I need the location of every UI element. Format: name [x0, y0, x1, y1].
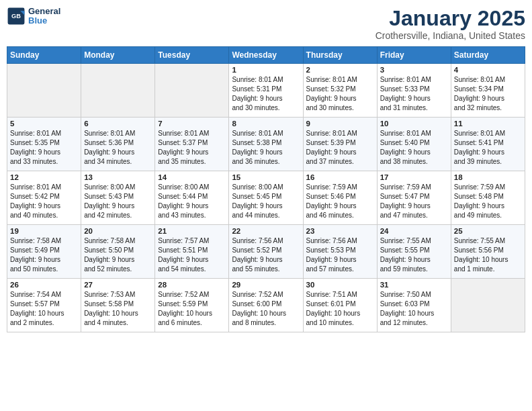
week-row-5: 26Sunrise: 7:54 AM Sunset: 5:57 PM Dayli…: [7, 279, 525, 332]
logo: GB General Blue: [7, 7, 60, 26]
day-info: Sunrise: 8:01 AM Sunset: 5:36 PM Dayligh…: [84, 129, 152, 167]
svg-text:GB: GB: [11, 13, 21, 19]
weekday-header-friday: Friday: [377, 47, 451, 64]
day-number: 3: [380, 66, 448, 74]
logo-line1: General: [28, 7, 60, 16]
calendar-cell: 10Sunrise: 8:01 AM Sunset: 5:40 PM Dayli…: [377, 118, 451, 171]
day-info: Sunrise: 8:01 AM Sunset: 5:32 PM Dayligh…: [306, 75, 374, 113]
day-number: 14: [158, 173, 226, 181]
weekday-header-thursday: Thursday: [303, 47, 377, 64]
calendar-cell: 5Sunrise: 8:01 AM Sunset: 5:35 PM Daylig…: [7, 118, 81, 171]
day-info: Sunrise: 8:00 AM Sunset: 5:43 PM Dayligh…: [84, 183, 152, 220]
title-block: January 2025 Crothersville, Indiana, Uni…: [375, 7, 525, 41]
calendar-cell: 19Sunrise: 7:58 AM Sunset: 5:49 PM Dayli…: [7, 225, 81, 279]
day-info: Sunrise: 7:58 AM Sunset: 5:50 PM Dayligh…: [84, 236, 152, 274]
day-info: Sunrise: 7:59 AM Sunset: 5:47 PM Dayligh…: [380, 183, 448, 220]
day-number: 24: [380, 227, 448, 235]
calendar-cell: 20Sunrise: 7:58 AM Sunset: 5:50 PM Dayli…: [81, 225, 155, 279]
calendar-cell: 30Sunrise: 7:51 AM Sunset: 6:01 PM Dayli…: [303, 279, 377, 332]
day-info: Sunrise: 7:52 AM Sunset: 6:00 PM Dayligh…: [232, 290, 300, 328]
day-number: 15: [232, 173, 300, 181]
day-number: 26: [10, 281, 78, 289]
calendar-cell: 11Sunrise: 8:01 AM Sunset: 5:41 PM Dayli…: [451, 118, 525, 171]
calendar-cell: [81, 64, 155, 118]
location: Crothersville, Indiana, United States: [375, 30, 525, 41]
day-info: Sunrise: 7:50 AM Sunset: 6:03 PM Dayligh…: [380, 290, 448, 328]
day-info: Sunrise: 8:01 AM Sunset: 5:37 PM Dayligh…: [158, 129, 226, 167]
weekday-header-tuesday: Tuesday: [155, 47, 229, 64]
calendar-table: SundayMondayTuesdayWednesdayThursdayFrid…: [7, 46, 525, 332]
logo-line2: Blue: [28, 16, 60, 26]
day-info: Sunrise: 7:58 AM Sunset: 5:49 PM Dayligh…: [10, 236, 78, 274]
day-number: 9: [306, 120, 374, 128]
day-info: Sunrise: 8:00 AM Sunset: 5:45 PM Dayligh…: [232, 183, 300, 220]
calendar-cell: 3Sunrise: 8:01 AM Sunset: 5:33 PM Daylig…: [377, 64, 451, 118]
calendar-cell: 22Sunrise: 7:56 AM Sunset: 5:52 PM Dayli…: [229, 225, 303, 279]
day-info: Sunrise: 7:59 AM Sunset: 5:46 PM Dayligh…: [306, 183, 374, 220]
day-info: Sunrise: 7:57 AM Sunset: 5:51 PM Dayligh…: [158, 236, 226, 274]
day-info: Sunrise: 7:59 AM Sunset: 5:48 PM Dayligh…: [454, 183, 522, 220]
calendar-cell: [155, 64, 229, 118]
calendar-cell: 31Sunrise: 7:50 AM Sunset: 6:03 PM Dayli…: [377, 279, 451, 332]
day-number: 5: [10, 120, 78, 128]
day-number: 23: [306, 227, 374, 235]
week-row-4: 19Sunrise: 7:58 AM Sunset: 5:49 PM Dayli…: [7, 225, 525, 279]
day-info: Sunrise: 7:56 AM Sunset: 5:52 PM Dayligh…: [232, 236, 300, 274]
calendar-cell: 21Sunrise: 7:57 AM Sunset: 5:51 PM Dayli…: [155, 225, 229, 279]
calendar-cell: 12Sunrise: 8:01 AM Sunset: 5:42 PM Dayli…: [7, 171, 81, 225]
day-number: 20: [84, 227, 152, 235]
day-info: Sunrise: 8:01 AM Sunset: 5:39 PM Dayligh…: [306, 129, 374, 167]
day-info: Sunrise: 7:53 AM Sunset: 5:58 PM Dayligh…: [84, 290, 152, 328]
day-number: 2: [306, 66, 374, 74]
calendar-cell: [451, 279, 525, 332]
day-number: 6: [84, 120, 152, 128]
day-number: 31: [380, 281, 448, 289]
day-number: 30: [306, 281, 374, 289]
day-number: 16: [306, 173, 374, 181]
calendar-cell: 29Sunrise: 7:52 AM Sunset: 6:00 PM Dayli…: [229, 279, 303, 332]
day-info: Sunrise: 7:55 AM Sunset: 5:56 PM Dayligh…: [454, 236, 522, 274]
day-number: 1: [232, 66, 300, 74]
weekday-header-wednesday: Wednesday: [229, 47, 303, 64]
day-info: Sunrise: 8:01 AM Sunset: 5:31 PM Dayligh…: [232, 75, 300, 113]
day-number: 25: [454, 227, 522, 235]
day-number: 17: [380, 173, 448, 181]
day-number: 13: [84, 173, 152, 181]
day-info: Sunrise: 8:01 AM Sunset: 5:38 PM Dayligh…: [232, 129, 300, 167]
week-row-1: 1Sunrise: 8:01 AM Sunset: 5:31 PM Daylig…: [7, 64, 525, 118]
calendar-cell: 2Sunrise: 8:01 AM Sunset: 5:32 PM Daylig…: [303, 64, 377, 118]
calendar-cell: 15Sunrise: 8:00 AM Sunset: 5:45 PM Dayli…: [229, 171, 303, 225]
day-number: 18: [454, 173, 522, 181]
calendar-cell: [7, 64, 81, 118]
day-info: Sunrise: 7:54 AM Sunset: 5:57 PM Dayligh…: [10, 290, 78, 328]
calendar-cell: 23Sunrise: 7:56 AM Sunset: 5:53 PM Dayli…: [303, 225, 377, 279]
weekday-header-saturday: Saturday: [451, 47, 525, 64]
day-number: 27: [84, 281, 152, 289]
page: GB General Blue January 2025 Crothersvil…: [0, 0, 532, 411]
week-row-2: 5Sunrise: 8:01 AM Sunset: 5:35 PM Daylig…: [7, 118, 525, 171]
day-number: 7: [158, 120, 226, 128]
calendar-cell: 16Sunrise: 7:59 AM Sunset: 5:46 PM Dayli…: [303, 171, 377, 225]
day-info: Sunrise: 8:01 AM Sunset: 5:40 PM Dayligh…: [380, 129, 448, 167]
day-info: Sunrise: 8:00 AM Sunset: 5:44 PM Dayligh…: [158, 183, 226, 220]
calendar-cell: 9Sunrise: 8:01 AM Sunset: 5:39 PM Daylig…: [303, 118, 377, 171]
calendar-cell: 25Sunrise: 7:55 AM Sunset: 5:56 PM Dayli…: [451, 225, 525, 279]
day-number: 19: [10, 227, 78, 235]
week-row-3: 12Sunrise: 8:01 AM Sunset: 5:42 PM Dayli…: [7, 171, 525, 225]
day-info: Sunrise: 7:52 AM Sunset: 5:59 PM Dayligh…: [158, 290, 226, 328]
day-number: 28: [158, 281, 226, 289]
day-info: Sunrise: 7:51 AM Sunset: 6:01 PM Dayligh…: [306, 290, 374, 328]
day-number: 8: [232, 120, 300, 128]
header: GB General Blue January 2025 Crothersvil…: [7, 7, 525, 41]
calendar-cell: 26Sunrise: 7:54 AM Sunset: 5:57 PM Dayli…: [7, 279, 81, 332]
day-info: Sunrise: 7:56 AM Sunset: 5:53 PM Dayligh…: [306, 236, 374, 274]
day-number: 10: [380, 120, 448, 128]
logo-icon: GB: [7, 7, 26, 26]
day-info: Sunrise: 7:55 AM Sunset: 5:55 PM Dayligh…: [380, 236, 448, 274]
calendar-cell: 1Sunrise: 8:01 AM Sunset: 5:31 PM Daylig…: [229, 64, 303, 118]
weekday-header-row: SundayMondayTuesdayWednesdayThursdayFrid…: [7, 47, 525, 64]
day-info: Sunrise: 8:01 AM Sunset: 5:35 PM Dayligh…: [10, 129, 78, 167]
calendar-cell: 28Sunrise: 7:52 AM Sunset: 5:59 PM Dayli…: [155, 279, 229, 332]
calendar-cell: 17Sunrise: 7:59 AM Sunset: 5:47 PM Dayli…: [377, 171, 451, 225]
logo-text: General Blue: [28, 7, 60, 26]
